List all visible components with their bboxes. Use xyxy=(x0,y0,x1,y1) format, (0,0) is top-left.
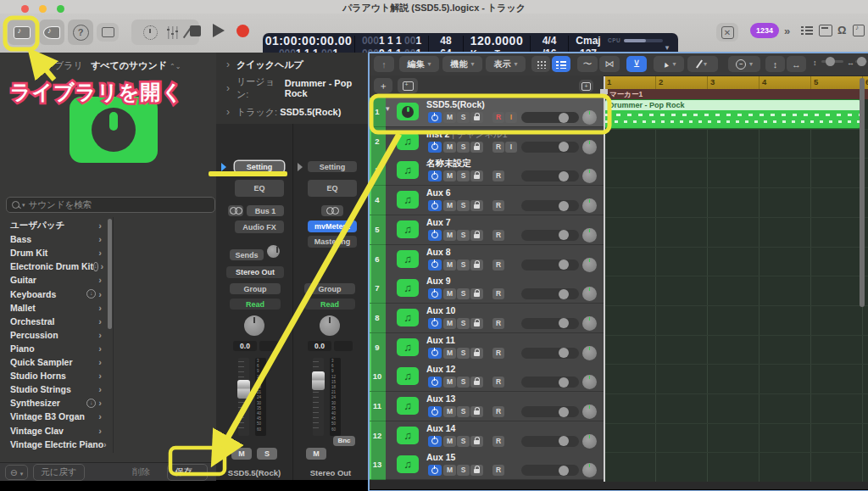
volume-slider[interactable] xyxy=(521,259,579,271)
library-item[interactable]: Quick Sampler› xyxy=(0,355,107,369)
track-row[interactable]: 12♫Aux 14MSR xyxy=(369,421,604,451)
left-sends-button[interactable]: Sends xyxy=(230,249,264,260)
view-menu[interactable]: 表示▾ xyxy=(486,56,526,72)
lock-button[interactable] xyxy=(470,170,483,181)
horizontal-zoom-icon[interactable]: ↔ xyxy=(787,56,806,72)
record-enable-button[interactable]: R xyxy=(492,288,504,299)
note-pads-icon[interactable] xyxy=(819,25,832,36)
horizontal-zoom-slider[interactable] xyxy=(855,60,867,63)
library-item[interactable]: Vintage Clav› xyxy=(0,424,107,438)
timeline-scrollbar[interactable] xyxy=(860,78,865,307)
library-item[interactable]: Percussion› xyxy=(0,328,107,342)
right-bounce-button[interactable]: Bnc xyxy=(333,436,355,446)
library-item[interactable]: Electronic Drum Kit↓› xyxy=(0,259,107,273)
mute-button[interactable]: M xyxy=(443,142,456,153)
list-editors-icon[interactable] xyxy=(801,25,813,36)
catch-playhead-icon[interactable]: ⊻ xyxy=(626,56,647,72)
record-enable-button[interactable]: R xyxy=(492,142,504,153)
count-in-icon[interactable] xyxy=(143,25,158,40)
pan-knob[interactable] xyxy=(582,140,597,154)
record-enable-button[interactable]: R xyxy=(492,377,504,388)
power-button[interactable] xyxy=(428,288,442,299)
record-enable-button[interactable]: R xyxy=(492,406,504,417)
power-button[interactable] xyxy=(428,200,442,211)
mute-button[interactable]: M xyxy=(443,348,456,359)
left-send-knob[interactable] xyxy=(267,245,280,258)
pan-knob[interactable] xyxy=(582,287,597,301)
left-gain-display[interactable]: 0.0 xyxy=(233,341,257,351)
solo-button[interactable]: S xyxy=(457,377,470,388)
record-button[interactable] xyxy=(236,25,249,37)
solo-button[interactable]: S xyxy=(457,465,470,476)
left-automation-button[interactable]: Read xyxy=(230,299,281,310)
mute-button[interactable]: M xyxy=(443,112,456,123)
left-pan-knob[interactable] xyxy=(244,315,264,336)
mute-button[interactable]: M xyxy=(443,170,456,181)
volume-slider[interactable] xyxy=(521,288,579,299)
count-in-badge[interactable]: 1234 xyxy=(750,23,779,38)
solo-button[interactable]: S xyxy=(457,259,470,271)
lock-button[interactable] xyxy=(470,436,483,447)
solo-button[interactable]: S xyxy=(457,230,470,241)
sound-filter-dropdown[interactable]: すべてのサウンド xyxy=(91,60,167,70)
grid-view-icon[interactable] xyxy=(531,56,550,72)
left-fader-cap[interactable] xyxy=(237,380,250,399)
chevron-down-icon[interactable]: ▾ xyxy=(386,104,390,113)
library-scrollbar[interactable] xyxy=(108,219,112,329)
right-pan-knob[interactable] xyxy=(320,315,340,336)
library-item[interactable]: Guitar› xyxy=(0,273,107,287)
toolbar-more-chevron[interactable]: » xyxy=(784,25,790,37)
volume-slider[interactable] xyxy=(521,406,579,417)
power-button[interactable] xyxy=(428,230,442,241)
save-button[interactable]: 保存... xyxy=(167,464,208,481)
mute-button[interactable]: M xyxy=(443,230,456,241)
record-enable-button[interactable]: R xyxy=(492,200,504,211)
solo-button[interactable]: S xyxy=(457,348,470,359)
right-eq-button[interactable]: EQ xyxy=(308,180,357,197)
volume-slider[interactable] xyxy=(521,200,579,211)
solo-button[interactable]: S xyxy=(457,112,470,123)
mute-button[interactable]: M xyxy=(443,259,456,271)
left-bus-button[interactable]: Bus 1 xyxy=(247,205,284,216)
smart-controls-icon[interactable] xyxy=(166,26,178,39)
input-monitor-button[interactable]: I xyxy=(505,112,517,123)
functions-menu[interactable]: 機能▾ xyxy=(442,56,482,72)
pan-knob[interactable] xyxy=(582,169,597,183)
lock-button[interactable] xyxy=(470,318,483,329)
volume-slider[interactable] xyxy=(521,436,579,447)
lock-button[interactable] xyxy=(470,230,483,241)
lock-button[interactable] xyxy=(470,142,483,153)
library-item[interactable]: Studio Strings› xyxy=(0,382,107,396)
pan-knob[interactable] xyxy=(582,346,597,360)
lock-button[interactable] xyxy=(470,259,483,271)
library-item[interactable]: Studio Horns› xyxy=(0,369,107,382)
volume-slider[interactable] xyxy=(521,170,579,181)
volume-slider[interactable] xyxy=(521,230,579,241)
track-row[interactable]: 3♫名称未設定MSR xyxy=(369,156,604,186)
revert-button[interactable]: 元に戻す xyxy=(33,464,85,481)
edit-menu[interactable]: 編集▾ xyxy=(399,56,439,72)
mute-button[interactable]: M xyxy=(443,288,456,299)
power-button[interactable] xyxy=(428,170,442,181)
power-button[interactable] xyxy=(428,142,442,153)
left-group-button[interactable]: Group xyxy=(230,283,281,294)
mute-button[interactable]: M xyxy=(443,465,456,476)
volume-slider[interactable] xyxy=(521,318,579,329)
list-view-icon[interactable] xyxy=(552,56,570,72)
power-button[interactable] xyxy=(428,436,442,447)
pan-knob[interactable] xyxy=(582,375,597,389)
left-eq-button[interactable]: EQ xyxy=(235,180,284,197)
crossfade-icon[interactable]: ⋈ xyxy=(599,56,620,72)
clear-display-button[interactable]: ✕ xyxy=(716,23,738,42)
library-item[interactable]: Vintage Mallets› xyxy=(0,451,107,453)
track-inspector-row[interactable]: › トラック: SSD5.5(Rock) xyxy=(216,100,369,125)
track-row[interactable]: 11♫Aux 13MSR xyxy=(369,392,604,421)
library-item[interactable]: Orchestral› xyxy=(0,315,107,328)
record-enable-button[interactable]: R xyxy=(492,259,504,271)
media-browser-icon[interactable]: ♪ xyxy=(853,25,865,36)
solo-button[interactable]: S xyxy=(457,318,470,329)
track-row[interactable]: 10♫Aux 12MSR xyxy=(369,362,604,392)
right-fader-cap[interactable] xyxy=(312,371,325,390)
library-item[interactable]: Piano› xyxy=(0,342,107,355)
volume-slider[interactable] xyxy=(521,465,579,476)
